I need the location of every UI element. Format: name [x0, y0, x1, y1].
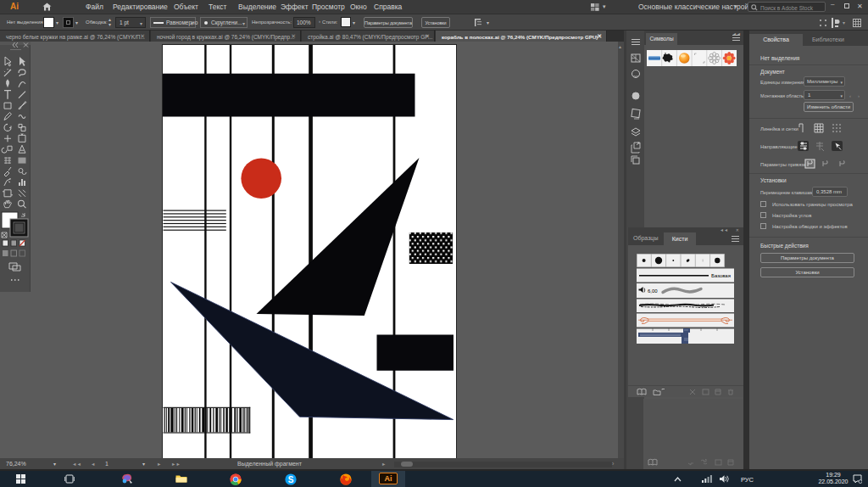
svg-text:6,00: 6,00 — [648, 288, 658, 294]
svg-text:Базовая: Базовая — [711, 273, 731, 278]
svg-text:S: S — [288, 475, 294, 484]
